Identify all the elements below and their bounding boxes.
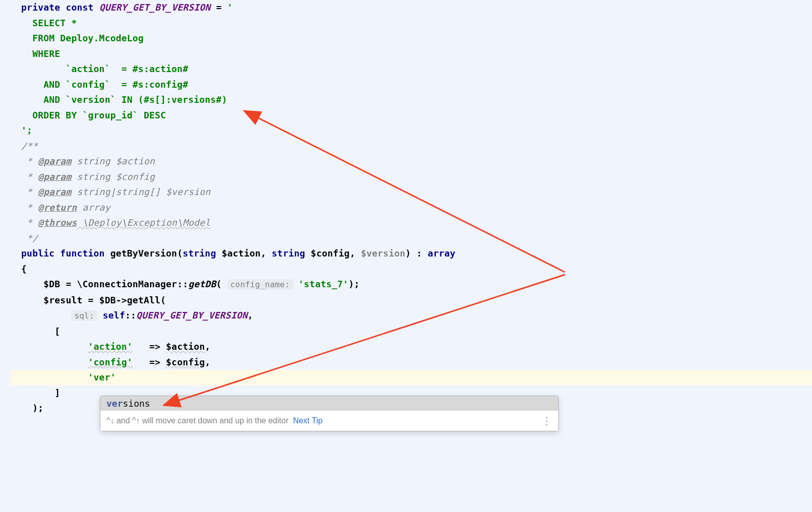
keyword-function: function (60, 248, 104, 259)
sql-cond-version: AND `version` IN (#s[]:versions#) (10, 94, 227, 105)
sql-orderby: ORDER BY `group_id` DESC (10, 110, 166, 120)
sql-select: SELECT * (10, 18, 77, 28)
array-close: ] (10, 388, 60, 398)
function-name: getByVersion (110, 248, 177, 259)
autocomplete-match-prefix: ver (106, 398, 123, 409)
autocomplete-item[interactable]: versions (100, 396, 558, 411)
doc-throws: @throws (38, 217, 77, 228)
param-hint-config: config_name: (227, 279, 293, 290)
code-editor[interactable]: private const QUERY_GET_BY_VERSION = ' S… (0, 0, 812, 416)
call-getdb: getDB (188, 279, 216, 289)
kebab-menu-icon[interactable]: ⋮ (542, 415, 552, 427)
sql-cond-action: `action` = #s:action# (10, 63, 188, 74)
string-close: '; (21, 125, 32, 136)
sql-cond-config: AND `config` = #s:config# (10, 79, 188, 90)
sql-where: WHERE (10, 48, 60, 59)
brace-open: { (21, 264, 27, 274)
doc-param: @param (38, 156, 71, 166)
keyword-public: public (21, 248, 54, 259)
call-getall: getAll (127, 295, 160, 305)
sql-from: FROM Deploy.McodeLog (10, 33, 144, 43)
autocomplete-footer: ^↓ and ^↑ will move caret down and up in… (100, 411, 558, 431)
docblock-open: /** (21, 141, 38, 151)
doc-return: @return (38, 202, 77, 213)
keyword-private: private (21, 2, 60, 13)
docblock-close: */ (21, 233, 38, 243)
doc-param: @param (38, 171, 71, 182)
param-hint-sql: sql: (71, 310, 97, 321)
keyword-const: const (66, 2, 93, 13)
autocomplete-match-suffix: sions (123, 398, 150, 409)
autocomplete-popup[interactable]: versions ^↓ and ^↑ will move caret down … (100, 396, 559, 431)
array-open: [ (10, 326, 60, 337)
next-tip-link[interactable]: Next Tip (293, 416, 323, 425)
constant-name: QUERY_GET_BY_VERSION (99, 2, 211, 13)
array-key-action: 'action' (88, 341, 133, 352)
array-key-ver: 'ver' (88, 372, 116, 382)
doc-param: @param (38, 186, 71, 197)
array-key-config: 'config' (88, 357, 133, 367)
call-close: ); (10, 403, 43, 413)
autocomplete-tip-text: ^↓ and ^↑ will move caret down and up in… (106, 416, 288, 425)
